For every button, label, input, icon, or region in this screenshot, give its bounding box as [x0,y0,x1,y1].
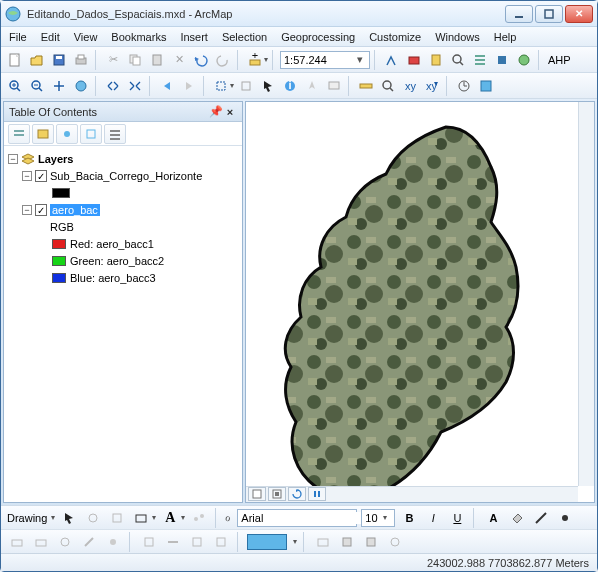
green-band-row[interactable]: Green: aero_bacc2 [50,253,238,269]
clear-selection-icon[interactable] [236,76,256,96]
refresh-icon[interactable] [288,487,306,501]
layer-row-1[interactable]: − ✓ Sub_Bacia_Corrego_Horizonte [22,168,238,184]
menu-file[interactable]: File [9,31,27,43]
forward-extent-icon[interactable] [179,76,199,96]
italic-button[interactable]: I [423,508,443,528]
open-icon[interactable] [27,50,47,70]
fill-color-icon[interactable] [507,508,527,528]
georef-icon-5[interactable] [103,532,123,552]
layer-checkbox[interactable]: ✓ [35,170,47,182]
viewer-window-icon[interactable] [476,76,496,96]
close-button[interactable]: ✕ [565,5,593,23]
georef-icon-9[interactable] [211,532,231,552]
menu-geoprocessing[interactable]: Geoprocessing [281,31,355,43]
scale-input[interactable]: ▾ [280,51,370,69]
paste-icon[interactable] [147,50,167,70]
bold-button[interactable]: B [399,508,419,528]
delete-icon[interactable]: ✕ [169,50,189,70]
menu-edit[interactable]: Edit [41,31,60,43]
menu-bookmarks[interactable]: Bookmarks [111,31,166,43]
map-view[interactable] [245,101,595,503]
georef-icon-4[interactable] [79,532,99,552]
editor-toolbar-icon[interactable] [382,50,402,70]
rectangle-icon[interactable] [131,508,151,528]
python-icon[interactable] [492,50,512,70]
zoom-to-selected-icon[interactable] [107,508,127,528]
layer-row-2[interactable]: − ✓ aero_bac [22,202,238,218]
layout-view-tab[interactable] [268,487,286,501]
pan-icon[interactable] [49,76,69,96]
georef-icon-2[interactable] [31,532,51,552]
horizontal-scrollbar[interactable] [246,486,578,502]
ahp-label[interactable]: AHP [546,54,571,66]
marker-color-icon[interactable] [555,508,575,528]
model-icon[interactable] [514,50,534,70]
data-view-tab[interactable] [248,487,266,501]
rotate-icon[interactable] [83,508,103,528]
font-size-select[interactable]: ▾ [361,509,395,527]
georef-icon-13[interactable] [385,532,405,552]
redo-icon[interactable] [213,50,233,70]
hyperlink-icon[interactable] [302,76,322,96]
vertical-scrollbar[interactable] [578,102,594,486]
catalog-icon[interactable] [426,50,446,70]
georef-icon-12[interactable] [361,532,381,552]
line-color-icon[interactable] [531,508,551,528]
color-picker[interactable] [247,534,287,550]
list-by-selection-icon[interactable] [80,124,102,144]
save-icon[interactable] [49,50,69,70]
minimize-button[interactable] [505,5,533,23]
back-extent-icon[interactable] [157,76,177,96]
drawing-label[interactable]: Drawing [7,512,47,524]
list-by-drawing-order-icon[interactable] [8,124,30,144]
edit-vertices-icon[interactable] [189,508,209,528]
georef-icon-11[interactable] [337,532,357,552]
identify-icon[interactable]: i [280,76,300,96]
font-select[interactable]: ▾ [237,509,357,527]
go-to-xy-icon[interactable]: xy [422,76,442,96]
chevron-down-icon[interactable]: ▾ [51,513,55,522]
font-color-icon[interactable]: A [483,508,503,528]
pause-drawing-icon[interactable] [308,487,326,501]
menu-insert[interactable]: Insert [180,31,208,43]
cut-icon[interactable]: ✂ [103,50,123,70]
find-route-icon[interactable]: xy [400,76,420,96]
chevron-down-icon[interactable]: ▾ [152,513,156,522]
layer-checkbox[interactable]: ✓ [35,204,47,216]
dropdown-arrow-icon[interactable]: ▾ [264,55,268,64]
underline-button[interactable]: U [447,508,467,528]
georef-icon-3[interactable] [55,532,75,552]
select-elements-icon[interactable] [258,76,278,96]
pin-icon[interactable]: 📌 [209,105,223,118]
georef-icon-1[interactable] [7,532,27,552]
scale-field[interactable] [284,54,354,66]
toc-close-icon[interactable]: × [223,106,237,118]
chevron-down-icon[interactable]: ▾ [354,53,366,66]
time-slider-icon[interactable] [454,76,474,96]
font-field[interactable] [241,512,379,524]
text-icon[interactable]: A [160,508,180,528]
chevron-down-icon[interactable]: ▾ [181,513,185,522]
layer1-symbol[interactable] [50,185,238,201]
select-features-icon[interactable] [211,76,231,96]
toolbox-icon[interactable] [404,50,424,70]
toc-root[interactable]: − Layers [8,151,238,167]
collapse-icon[interactable]: − [8,154,18,164]
menu-selection[interactable]: Selection [222,31,267,43]
zoom-in-icon[interactable] [5,76,25,96]
find-icon[interactable] [378,76,398,96]
options-icon[interactable] [104,124,126,144]
menu-windows[interactable]: Windows [435,31,480,43]
fixed-zoom-in-icon[interactable] [103,76,123,96]
undo-icon[interactable] [191,50,211,70]
html-popup-icon[interactable] [324,76,344,96]
search-icon[interactable] [448,50,468,70]
full-extent-icon[interactable] [71,76,91,96]
menu-help[interactable]: Help [494,31,517,43]
list-by-visibility-icon[interactable] [56,124,78,144]
fixed-zoom-out-icon[interactable] [125,76,145,96]
collapse-icon[interactable]: − [22,171,32,181]
list-by-source-icon[interactable] [32,124,54,144]
red-band-row[interactable]: Red: aero_bacc1 [50,236,238,252]
menu-customize[interactable]: Customize [369,31,421,43]
